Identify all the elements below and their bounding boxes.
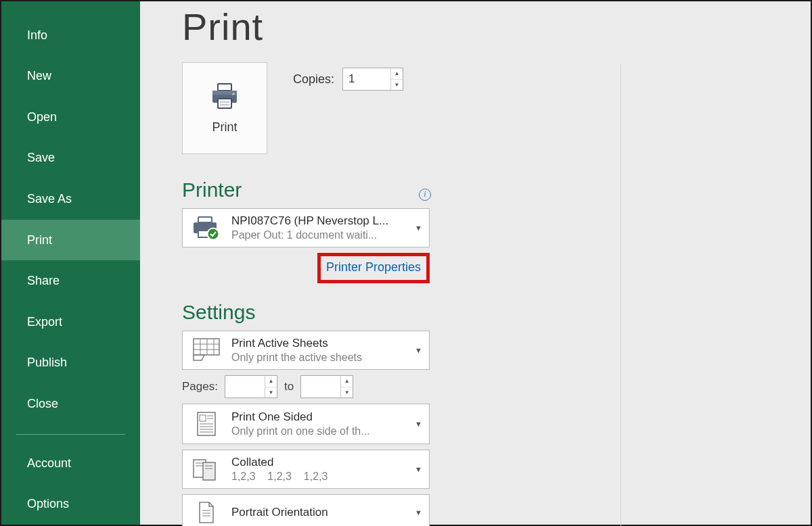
settings-section-title: Settings — [182, 301, 432, 324]
sidebar-separator — [16, 434, 125, 435]
one-sided-icon — [189, 410, 223, 438]
sides-title: Print One Sided — [231, 410, 404, 424]
pages-to-label: to — [284, 380, 294, 393]
pages-to-stepper[interactable]: ▲ ▼ — [300, 375, 353, 398]
sidebar-item-label: Info — [27, 28, 47, 43]
copies-input[interactable] — [343, 68, 390, 90]
printer-icon — [208, 82, 241, 111]
sidebar-item-share[interactable]: Share — [1, 260, 140, 302]
pages-from-input[interactable] — [225, 376, 265, 398]
copies-down-icon[interactable]: ▼ — [391, 79, 403, 91]
sides-sub: Only print on one side of th... — [231, 425, 404, 437]
orientation-title: Portrait Orientation — [231, 506, 404, 519]
printer-name: NPI087C76 (HP Neverstop L... — [231, 214, 404, 228]
sidebar-item-save[interactable]: Save — [1, 138, 140, 179]
sidebar-item-label: New — [27, 69, 51, 83]
sidebar-item-label: Print — [27, 233, 52, 247]
copies-stepper[interactable]: ▲ ▼ — [342, 68, 403, 91]
sidebar-item-close[interactable]: Close — [1, 383, 140, 425]
info-icon[interactable]: i — [419, 189, 431, 201]
svg-rect-4 — [218, 99, 231, 108]
sidebar-item-label: Account — [27, 456, 71, 471]
sidebar-item-saveas[interactable]: Save As — [1, 178, 140, 220]
print-area-title: Print Active Sheets — [231, 337, 404, 350]
printer-select-dropdown[interactable]: NPI087C76 (HP Neverstop L... Paper Out: … — [182, 208, 430, 247]
pages-from-down-icon[interactable]: ▼ — [265, 387, 277, 398]
chevron-down-icon: ▼ — [415, 420, 422, 428]
page-title: Print — [182, 5, 811, 49]
pages-label: Pages: — [182, 380, 218, 393]
sidebar-item-label: Share — [27, 274, 60, 288]
sidebar-item-export[interactable]: Export — [1, 302, 140, 343]
svg-rect-7 — [198, 217, 212, 222]
sidebar-item-account[interactable]: Account — [1, 443, 140, 484]
sidebar-item-label: Close — [27, 397, 58, 411]
print-area-dropdown[interactable]: Print Active Sheets Only print the activ… — [182, 331, 430, 370]
collation-dropdown[interactable]: Collated 1,2,3 1,2,3 1,2,3 ▼ — [182, 450, 430, 489]
print-backstage-panel: Print Print Copies: — [140, 1, 811, 525]
sheets-grid-icon — [189, 337, 223, 363]
print-button-label: Print — [212, 120, 237, 135]
svg-rect-27 — [203, 462, 215, 480]
svg-rect-19 — [200, 415, 206, 421]
print-area-sub: Only print the active sheets — [231, 352, 404, 364]
svg-rect-0 — [218, 84, 231, 91]
pages-to-input[interactable] — [301, 376, 340, 398]
collation-sub: 1,2,3 1,2,3 1,2,3 — [231, 471, 404, 483]
chevron-down-icon: ▼ — [415, 224, 422, 232]
preview-divider — [621, 64, 621, 526]
pages-from-up-icon[interactable]: ▲ — [265, 376, 277, 387]
chevron-down-icon: ▼ — [415, 346, 422, 354]
backstage-sidebar: Info New Open Save Save As Print Share E… — [1, 1, 140, 525]
chevron-down-icon: ▼ — [415, 508, 422, 517]
svg-point-3 — [232, 93, 234, 95]
sidebar-item-info[interactable]: Info — [1, 15, 140, 56]
sidebar-item-label: Export — [27, 315, 62, 329]
copies-up-icon[interactable]: ▲ — [391, 68, 403, 79]
orientation-dropdown[interactable]: Portrait Orientation ▼ — [182, 494, 430, 526]
collated-icon — [189, 456, 223, 483]
copies-label: Copies: — [293, 72, 334, 87]
sidebar-item-print[interactable]: Print — [1, 220, 140, 261]
sidebar-item-options[interactable]: Options — [1, 483, 140, 525]
pages-to-down-icon[interactable]: ▼ — [341, 387, 353, 398]
printer-status: Paper Out: 1 document waiti... — [231, 229, 404, 241]
print-button[interactable]: Print — [182, 62, 267, 154]
sides-dropdown[interactable]: Print One Sided Only print on one side o… — [182, 404, 430, 444]
sidebar-item-label: Save As — [27, 192, 72, 206]
chevron-down-icon: ▼ — [415, 465, 422, 473]
svg-rect-12 — [194, 339, 219, 355]
portrait-icon — [189, 500, 223, 525]
sidebar-item-label: Options — [27, 497, 69, 511]
sidebar-item-label: Open — [27, 110, 57, 124]
sidebar-item-label: Save — [27, 151, 55, 165]
sidebar-item-open[interactable]: Open — [1, 97, 140, 138]
printer-ready-icon — [189, 216, 223, 240]
printer-properties-link[interactable]: Printer Properties — [317, 253, 430, 283]
pages-from-stepper[interactable]: ▲ ▼ — [225, 375, 277, 398]
sidebar-item-label: Publish — [27, 356, 67, 370]
sidebar-item-new[interactable]: New — [1, 55, 140, 97]
collation-title: Collated — [231, 456, 404, 469]
printer-section-title: Printer — [182, 178, 242, 201]
sidebar-item-publish[interactable]: Publish — [1, 343, 140, 384]
pages-to-up-icon[interactable]: ▲ — [341, 376, 353, 387]
